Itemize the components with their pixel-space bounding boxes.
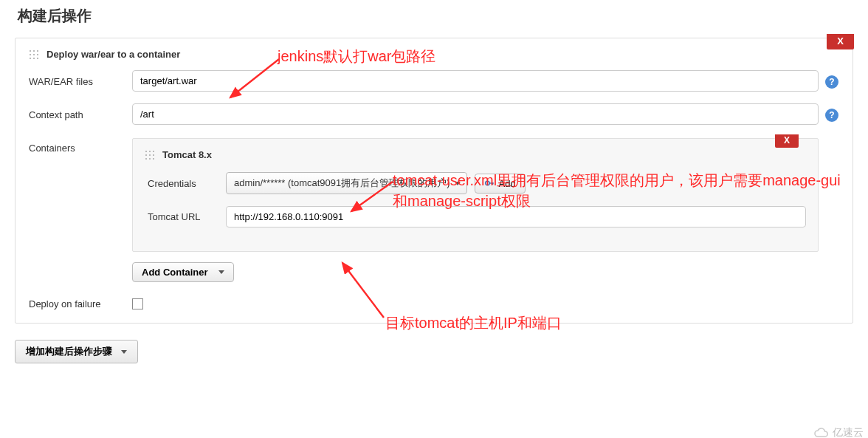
deploy-section: X Deploy war/ear to a container WAR/EAR … [15, 38, 853, 324]
svg-rect-24 [492, 182, 493, 185]
svg-rect-15 [153, 151, 154, 152]
help-icon[interactable]: ? [824, 108, 839, 123]
svg-text:?: ? [829, 110, 834, 120]
containers-label: Containers [29, 137, 132, 154]
page-title: 构建后操作 [18, 6, 853, 26]
war-ear-input[interactable] [132, 70, 819, 92]
svg-rect-20 [149, 158, 151, 160]
svg-rect-17 [149, 154, 151, 156]
svg-rect-6 [30, 58, 31, 59]
credentials-selected-value: admin/****** (tomcat9091拥有后台管理权限的用户) [234, 177, 450, 190]
svg-rect-13 [145, 151, 147, 152]
credentials-select[interactable]: admin/****** (tomcat9091拥有后台管理权限的用户) [226, 172, 467, 194]
deploy-on-failure-checkbox[interactable] [132, 298, 143, 309]
svg-rect-21 [153, 158, 154, 160]
close-container-button[interactable]: X [775, 134, 799, 148]
svg-rect-1 [33, 50, 35, 52]
svg-rect-16 [145, 154, 147, 156]
footer-brand: 亿速云 [813, 426, 864, 438]
drag-handle-icon[interactable] [29, 49, 39, 60]
add-container-label: Add Container [142, 267, 208, 278]
svg-rect-5 [37, 54, 38, 55]
svg-rect-7 [33, 58, 35, 59]
svg-rect-14 [149, 151, 151, 152]
svg-rect-4 [33, 54, 35, 55]
help-icon[interactable]: ? [824, 75, 839, 89]
key-icon [484, 178, 495, 188]
context-path-input[interactable] [132, 103, 819, 125]
section-title: Deploy war/ear to a container [46, 49, 180, 60]
container-title: Tomcat 8.x [162, 149, 212, 160]
svg-rect-3 [30, 54, 31, 55]
add-post-build-step-button[interactable]: 增加构建后操作步骤 [15, 340, 138, 363]
svg-rect-2 [37, 50, 38, 52]
svg-text:?: ? [829, 77, 834, 87]
credentials-label: Credentials [145, 178, 226, 189]
context-path-label: Context path [29, 103, 132, 120]
svg-point-22 [485, 181, 489, 185]
svg-rect-0 [30, 50, 31, 52]
deploy-on-failure-label: Deploy on failure [29, 298, 132, 309]
tomcat-container-block: X Tomcat 8.x Credentials admin/**** [132, 138, 819, 252]
war-ear-label: WAR/EAR files [29, 70, 132, 87]
tomcat-url-label: Tomcat URL [145, 211, 226, 222]
close-section-button[interactable]: X [827, 34, 854, 49]
drag-handle-icon[interactable] [145, 150, 155, 160]
svg-rect-18 [153, 154, 154, 156]
add-post-build-step-label: 增加构建后操作步骤 [26, 346, 112, 357]
cloud-icon [813, 427, 830, 438]
add-credentials-label: Add [499, 178, 516, 189]
add-credentials-button[interactable]: Add [475, 174, 526, 194]
svg-rect-8 [37, 58, 38, 59]
tomcat-url-input[interactable] [226, 206, 806, 227]
add-container-button[interactable]: Add Container [132, 262, 234, 282]
svg-rect-19 [145, 158, 147, 160]
